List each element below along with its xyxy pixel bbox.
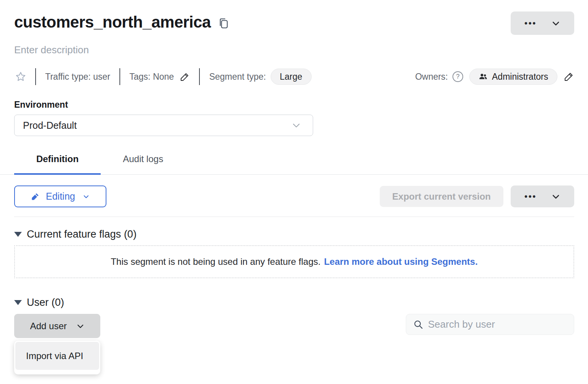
copy-icon[interactable]: [219, 18, 229, 29]
collapse-triangle-icon: [14, 300, 22, 305]
add-user-dropdown-menu: Import via API: [14, 341, 100, 374]
definition-more-menu-button[interactable]: •••: [511, 185, 574, 207]
environment-selected-value: Prod-Default: [23, 120, 77, 131]
divider: [14, 217, 574, 217]
ellipsis-icon: •••: [524, 19, 537, 28]
add-user-label: Add user: [30, 321, 67, 331]
add-user-button[interactable]: Add user: [14, 314, 100, 338]
page-title: customers_north_america: [14, 11, 211, 33]
export-current-version-button[interactable]: Export current version: [380, 186, 503, 207]
user-tools-row: Add user Import via API: [14, 314, 574, 338]
menu-item-import-via-api[interactable]: Import via API: [15, 342, 99, 370]
divider: [119, 68, 120, 85]
header-more-menu-button[interactable]: •••: [511, 11, 574, 35]
actions-right: Export current version •••: [380, 185, 574, 207]
learn-more-link[interactable]: Learn more about using Segments.: [324, 256, 477, 267]
pencil-icon: [31, 192, 40, 201]
feature-flags-section-title: Current feature flags (0): [27, 228, 137, 240]
user-section-title: User (0): [27, 297, 64, 309]
actions-row: Editing Export current version •••: [0, 185, 588, 207]
editing-status-button[interactable]: Editing: [14, 185, 106, 207]
segment-detail-page: customers_north_america ••• Enter descri…: [0, 11, 588, 384]
description-field[interactable]: Enter description: [0, 44, 588, 56]
owners-label: Owners:: [415, 72, 448, 82]
people-icon: [479, 72, 488, 81]
user-search-box: [406, 314, 574, 335]
tabs-bar: Definition Audit logs: [0, 154, 588, 175]
star-icon[interactable]: [15, 71, 26, 82]
editing-label: Editing: [46, 191, 75, 202]
edit-owners-pencil-icon[interactable]: [564, 71, 574, 82]
chevron-down-icon: [291, 120, 301, 130]
empty-state-text: This segment is not being used in any fe…: [111, 256, 320, 267]
chevron-down-icon: [551, 192, 560, 201]
traffic-type-label: Traffic type: user: [45, 72, 110, 82]
tab-audit-logs[interactable]: Audit logs: [123, 154, 163, 174]
segment-type-badge: Large: [271, 69, 312, 85]
divider: [35, 68, 36, 85]
edit-tags-pencil-icon[interactable]: [180, 72, 190, 82]
help-question-icon[interactable]: [452, 71, 463, 82]
search-icon: [413, 319, 423, 330]
tags-label: Tags: None: [129, 72, 174, 82]
search-by-user-input[interactable]: [428, 318, 568, 330]
page-header: customers_north_america •••: [0, 11, 588, 35]
chevron-down-icon: [551, 19, 560, 28]
title-wrap: customers_north_america: [14, 11, 229, 33]
chevron-down-icon: [76, 322, 85, 330]
meta-row: Traffic type: user Tags: None Segment ty…: [0, 68, 588, 85]
tab-definition[interactable]: Definition: [14, 154, 101, 174]
chevron-down-icon: [83, 193, 90, 200]
user-section-header[interactable]: User (0): [14, 297, 574, 309]
owners-value: Administrators: [492, 72, 548, 82]
feature-flags-empty-state: This segment is not being used in any fe…: [14, 245, 574, 278]
owners-chip: Administrators: [469, 69, 557, 85]
feature-flags-section-header[interactable]: Current feature flags (0): [14, 228, 574, 240]
collapse-triangle-icon: [14, 232, 22, 237]
meta-right: Owners: Administrators: [415, 69, 574, 85]
environment-label: Environment: [0, 100, 588, 110]
divider: [199, 68, 200, 85]
ellipsis-icon: •••: [524, 192, 537, 201]
meta-left: Traffic type: user Tags: None Segment ty…: [14, 68, 312, 85]
add-user-wrap: Add user Import via API: [14, 314, 100, 338]
environment-select[interactable]: Prod-Default: [14, 115, 313, 136]
segment-type-label: Segment type:: [209, 72, 266, 82]
